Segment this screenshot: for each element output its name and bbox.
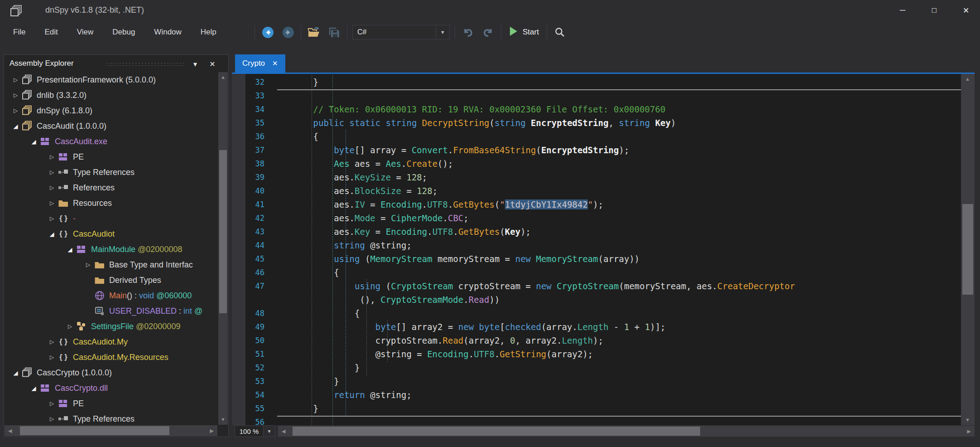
tree-item[interactable]: ▷dnSpy (6.1.8.0): [4, 103, 218, 118]
code-line[interactable]: 40 aes.BlockSize = 128;: [245, 184, 961, 198]
panel-close-icon[interactable]: ✕: [207, 58, 218, 69]
tree-item[interactable]: ▷PresentationFramework (5.0.0.0): [4, 72, 218, 87]
scroll-up-icon[interactable]: ▲: [965, 77, 970, 82]
code-line[interactable]: 48 {: [245, 306, 961, 320]
language-select[interactable]: C# ▼: [352, 25, 450, 39]
code-line[interactable]: 51 @string = Encoding.UTF8.GetString(arr…: [245, 347, 961, 361]
expander-collapsed-icon[interactable]: ▷: [46, 169, 58, 175]
expander-collapsed-icon[interactable]: ▷: [82, 262, 94, 268]
code-editor[interactable]: 32 }3334 // Token: 0x06000013 RID: 19 RV…: [232, 74, 961, 425]
expander-collapsed-icon[interactable]: ▷: [46, 354, 58, 360]
scroll-left-icon[interactable]: ◀: [8, 428, 12, 433]
code-line[interactable]: 34 // Token: 0x06000013 RID: 19 RVA: 0x0…: [245, 102, 961, 116]
tree-item[interactable]: ▷References: [4, 180, 218, 195]
scroll-left-icon[interactable]: ◀: [282, 429, 285, 434]
code-line[interactable]: 52 }: [245, 361, 961, 374]
tree-item[interactable]: Main() : void @060000: [4, 288, 218, 303]
expander-expanded-icon[interactable]: ◢: [64, 246, 76, 253]
code-line[interactable]: (), CryptoStreamMode.Read)): [245, 293, 961, 306]
expander-collapsed-icon[interactable]: ▷: [10, 92, 22, 98]
scroll-right-icon[interactable]: ▶: [967, 429, 971, 434]
tree-vscroll-thumb[interactable]: [219, 150, 227, 313]
tree-item[interactable]: ▷dnlib (3.3.2.0): [4, 87, 218, 103]
code-line[interactable]: 55 }: [245, 402, 961, 415]
expander-expanded-icon[interactable]: ◢: [28, 138, 40, 145]
tree-item[interactable]: ◢{ }CascAudiot: [4, 226, 218, 242]
save-all-button[interactable]: [327, 24, 342, 40]
tree-vertical-scrollbar[interactable]: ▲ ▼: [218, 72, 228, 425]
tab-crypto[interactable]: Crypto ✕: [235, 54, 285, 73]
tree-item[interactable]: ◢CascAudit (1.0.0.0): [4, 118, 218, 134]
expander-collapsed-icon[interactable]: ▷: [64, 323, 76, 330]
scroll-up-icon[interactable]: ▲: [221, 75, 226, 80]
tree-item[interactable]: ▷Type References: [4, 165, 218, 180]
expander-expanded-icon[interactable]: ◢: [46, 231, 58, 238]
close-button[interactable]: ✕: [956, 1, 976, 20]
tree-hscroll-thumb[interactable]: [20, 426, 169, 435]
code-line[interactable]: 49 byte[] array2 = new byte[checked(arra…: [245, 320, 961, 334]
tree-item[interactable]: ▷{ }CascAudiot.My.Resources: [4, 350, 218, 365]
code-line[interactable]: 45 using (MemoryStream memoryStream = ne…: [245, 252, 961, 266]
chevron-down-icon[interactable]: ▼: [263, 426, 275, 437]
code-line[interactable]: 47 using (CryptoStream cryptoStream = ne…: [245, 279, 961, 293]
breakpoint-margin[interactable]: [232, 74, 245, 425]
zoom-level-select[interactable]: 100 % ▼: [235, 425, 275, 437]
tree-item[interactable]: ▷Type References: [4, 411, 218, 425]
navigate-forward-button[interactable]: [280, 24, 296, 40]
expander-collapsed-icon[interactable]: ▷: [46, 215, 58, 222]
editor-vertical-scrollbar[interactable]: ▲ ▼: [961, 74, 975, 425]
expander-collapsed-icon[interactable]: ▷: [46, 200, 58, 206]
tree-item[interactable]: ◢CascCrypto.dll: [4, 380, 218, 396]
code-line[interactable]: 33: [245, 89, 961, 102]
tree-item[interactable]: ◢CascAudit.exe: [4, 134, 218, 149]
expander-collapsed-icon[interactable]: ▷: [46, 339, 58, 345]
expander-expanded-icon[interactable]: ◢: [28, 385, 40, 392]
redo-button[interactable]: [480, 24, 496, 40]
editor-vscroll-thumb[interactable]: [962, 204, 973, 295]
tree-item[interactable]: ▷PE: [4, 149, 218, 165]
tree-item[interactable]: ▷Resources: [4, 195, 218, 211]
chevron-down-icon[interactable]: ▼: [436, 25, 449, 39]
start-debug-button[interactable]: Start: [506, 26, 542, 38]
undo-button[interactable]: [460, 24, 476, 40]
scroll-down-icon[interactable]: ▼: [221, 417, 226, 422]
tree-horizontal-scrollbar[interactable]: ◀ ▶: [5, 425, 217, 436]
menu-debug[interactable]: Debug: [103, 28, 144, 37]
code-line[interactable]: 44 string @string;: [245, 238, 961, 252]
panel-menu-chevron-icon[interactable]: ▾: [189, 58, 201, 69]
code-line[interactable]: 37 byte[] array = Convert.FromBase64Stri…: [245, 143, 961, 157]
menu-edit[interactable]: Edit: [35, 28, 67, 37]
scroll-down-icon[interactable]: ▼: [965, 418, 970, 423]
minimize-button[interactable]: ─: [892, 1, 913, 20]
tree-item[interactable]: ▷Base Type and Interfac: [4, 257, 218, 272]
code-line[interactable]: 54 return @string;: [245, 388, 961, 402]
expander-collapsed-icon[interactable]: ▷: [10, 77, 22, 83]
expander-expanded-icon[interactable]: ◢: [10, 123, 22, 130]
tree-item[interactable]: ▷{ }-: [4, 211, 218, 226]
tab-close-icon[interactable]: ✕: [272, 59, 278, 68]
menu-window[interactable]: Window: [144, 28, 191, 37]
expander-collapsed-icon[interactable]: ▷: [46, 400, 58, 407]
tree-item[interactable]: USER_DISABLED : int @: [4, 303, 218, 319]
expander-collapsed-icon[interactable]: ▷: [46, 416, 58, 422]
maximize-button[interactable]: □: [924, 1, 945, 20]
menu-help[interactable]: Help: [191, 28, 226, 37]
menu-file[interactable]: File: [4, 28, 35, 37]
code-line[interactable]: 43 aes.Key = Encoding.UTF8.GetBytes(Key)…: [245, 225, 961, 238]
expander-collapsed-icon[interactable]: ▷: [46, 185, 58, 191]
code-line[interactable]: 56: [245, 415, 961, 425]
search-button[interactable]: [552, 24, 567, 40]
code-line[interactable]: 38 Aes aes = Aes.Create();: [245, 157, 961, 170]
tree-item[interactable]: ▷{ }CascAudiot.My: [4, 334, 218, 350]
editor-hscroll-thumb[interactable]: [293, 427, 700, 436]
code-line[interactable]: 39 aes.KeySize = 128;: [245, 170, 961, 184]
open-file-button[interactable]: [306, 24, 322, 40]
menu-view[interactable]: View: [67, 28, 103, 37]
expander-expanded-icon[interactable]: ◢: [10, 369, 22, 376]
tree-item[interactable]: Derived Types: [4, 272, 218, 288]
tree-item[interactable]: ◢MainModule @02000008: [4, 242, 218, 257]
scroll-right-icon[interactable]: ▶: [210, 428, 214, 433]
tree-item[interactable]: ◢CascCrypto (1.0.0.0): [4, 365, 218, 380]
code-line[interactable]: 36 {: [245, 130, 961, 143]
editor-horizontal-scrollbar[interactable]: ◀ ▶: [278, 426, 975, 437]
